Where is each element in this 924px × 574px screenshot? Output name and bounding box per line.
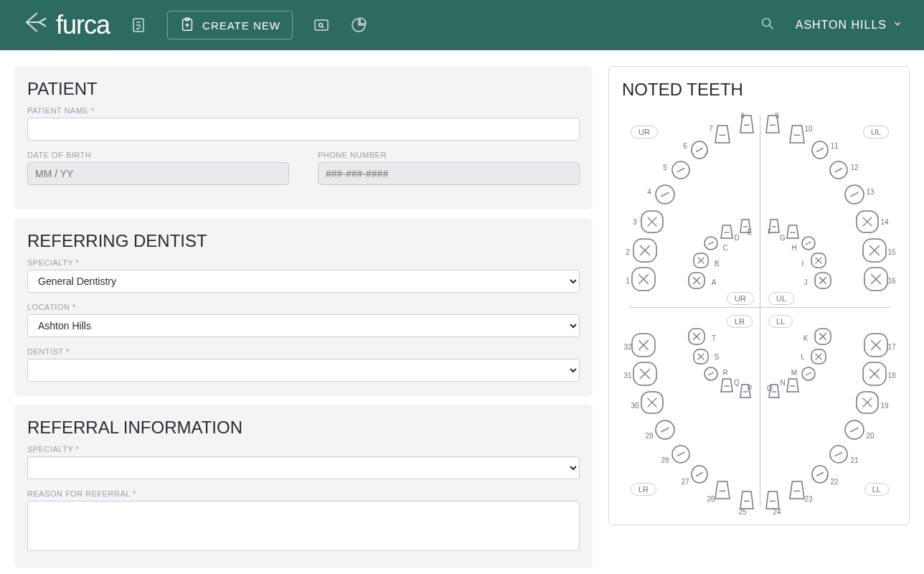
tooth-label-S: S bbox=[715, 353, 720, 361]
specialty-label: SPECIALTY * bbox=[27, 258, 580, 267]
tooth-32[interactable] bbox=[631, 333, 656, 360]
referral-specialty-select[interactable] bbox=[27, 456, 580, 479]
tooth-6[interactable] bbox=[691, 141, 708, 162]
tooth-S[interactable] bbox=[693, 349, 709, 367]
logo-text: furca bbox=[56, 10, 110, 40]
tooth-label-L: L bbox=[801, 353, 805, 361]
tooth-label-3: 3 bbox=[633, 218, 637, 226]
referral-specialty-label: SPECIALTY * bbox=[27, 445, 580, 453]
tooth-label-A: A bbox=[712, 278, 717, 286]
tooth-I[interactable] bbox=[811, 253, 826, 271]
user-menu[interactable]: ASHTON HILLS bbox=[796, 19, 902, 32]
dentist-select[interactable] bbox=[27, 359, 580, 382]
tooth-label-12: 12 bbox=[850, 164, 858, 171]
tooth-R[interactable] bbox=[704, 367, 718, 384]
specialty-select[interactable]: General Dentistry bbox=[27, 270, 580, 293]
quad-pill-ll-inner[interactable]: LL bbox=[768, 315, 793, 328]
tooth-19[interactable] bbox=[856, 391, 879, 417]
tooth-label-16: 16 bbox=[887, 277, 895, 285]
tooth-C[interactable] bbox=[704, 236, 718, 253]
tooth-label-17: 17 bbox=[887, 343, 895, 351]
tooth-14[interactable] bbox=[856, 210, 879, 236]
tooth-label-O: O bbox=[767, 385, 773, 392]
search-icon[interactable] bbox=[760, 16, 776, 34]
reason-textarea[interactable] bbox=[27, 501, 580, 551]
tooth-label-9: 9 bbox=[775, 112, 779, 120]
tooth-7[interactable] bbox=[715, 125, 730, 146]
tooth-label-E: E bbox=[748, 228, 753, 236]
location-select[interactable]: Ashton Hills bbox=[27, 314, 580, 337]
quad-pill-ul-outer[interactable]: UL bbox=[863, 126, 889, 138]
tooth-label-11: 11 bbox=[830, 142, 838, 150]
tooth-G[interactable] bbox=[786, 225, 799, 242]
tooth-4[interactable] bbox=[655, 184, 675, 207]
folder-search-icon[interactable] bbox=[313, 17, 330, 34]
tooth-11[interactable] bbox=[811, 141, 829, 162]
tooth-label-23: 23 bbox=[804, 495, 812, 503]
tooth-27[interactable] bbox=[691, 465, 708, 486]
tooth-23[interactable] bbox=[789, 481, 805, 502]
tooth-N[interactable] bbox=[786, 378, 799, 395]
tooth-21[interactable] bbox=[829, 445, 848, 466]
checklist-icon[interactable] bbox=[130, 17, 147, 34]
tooth-label-P: P bbox=[748, 385, 753, 392]
tooth-K[interactable] bbox=[814, 328, 831, 348]
quad-pill-ur-inner[interactable]: UR bbox=[727, 292, 754, 305]
quad-pill-ur-outer[interactable]: UR bbox=[631, 126, 658, 138]
tooth-18[interactable] bbox=[862, 362, 887, 389]
tooth-L[interactable] bbox=[811, 349, 826, 367]
create-new-button[interactable]: CREATE NEW bbox=[167, 11, 293, 39]
tooth-29[interactable] bbox=[655, 420, 675, 443]
quad-pill-ll-outer[interactable]: LL bbox=[864, 483, 889, 496]
tooth-26[interactable] bbox=[715, 481, 730, 502]
patient-name-input[interactable] bbox=[27, 118, 580, 141]
tooth-B[interactable] bbox=[693, 253, 709, 271]
dob-input[interactable] bbox=[27, 162, 289, 185]
quad-pill-ul-inner[interactable]: UL bbox=[768, 292, 794, 305]
tooth-2[interactable] bbox=[633, 238, 657, 265]
tooth-5[interactable] bbox=[671, 161, 690, 182]
tooth-31[interactable] bbox=[633, 362, 657, 389]
tooth-A[interactable] bbox=[688, 272, 705, 292]
phone-input[interactable] bbox=[318, 162, 580, 185]
tooth-label-6: 6 bbox=[683, 142, 687, 150]
tooth-17[interactable] bbox=[864, 333, 888, 360]
referral-info-heading: REFERRAL INFORMATION bbox=[27, 418, 580, 438]
tooth-12[interactable] bbox=[829, 161, 848, 182]
patient-name-label: PATIENT NAME * bbox=[27, 106, 580, 115]
tooth-28[interactable] bbox=[671, 445, 690, 466]
tooth-22[interactable] bbox=[811, 465, 829, 486]
tooth-13[interactable] bbox=[844, 184, 864, 207]
tooth-label-26: 26 bbox=[707, 495, 715, 503]
tooth-10[interactable] bbox=[789, 125, 805, 146]
referring-dentist-panel: REFERRING DENTIST SPECIALTY * General De… bbox=[14, 218, 593, 396]
phone-label: PHONE NUMBER bbox=[318, 151, 580, 159]
svg-point-5 bbox=[762, 19, 770, 27]
tooth-label-8: 8 bbox=[740, 112, 745, 120]
pie-chart-icon[interactable] bbox=[350, 17, 367, 34]
tooth-label-30: 30 bbox=[631, 402, 638, 410]
create-new-label: CREATE NEW bbox=[202, 19, 280, 32]
tooth-D[interactable] bbox=[720, 225, 733, 242]
tooth-J[interactable] bbox=[814, 272, 831, 292]
clipboard-plus-icon bbox=[179, 17, 195, 34]
tooth-Q[interactable] bbox=[720, 378, 733, 395]
tooth-label-14: 14 bbox=[880, 218, 888, 226]
tooth-label-5: 5 bbox=[663, 164, 667, 171]
tooth-T[interactable] bbox=[688, 328, 705, 348]
tooth-3[interactable] bbox=[641, 210, 664, 236]
noted-teeth-panel: NOTED TEETH UR UL LR LL UR UL LR LL bbox=[608, 66, 910, 525]
tooth-label-C: C bbox=[722, 244, 727, 252]
tooth-H[interactable] bbox=[801, 236, 816, 253]
quad-pill-lr-inner[interactable]: LR bbox=[727, 315, 753, 328]
tooth-20[interactable] bbox=[844, 420, 864, 443]
tooth-1[interactable] bbox=[631, 267, 656, 294]
tooth-label-T: T bbox=[712, 334, 716, 342]
quad-pill-lr-outer[interactable]: LR bbox=[631, 483, 656, 496]
tooth-30[interactable] bbox=[641, 391, 664, 417]
tooth-15[interactable] bbox=[862, 238, 887, 265]
tooth-label-22: 22 bbox=[830, 478, 838, 486]
tooth-M[interactable] bbox=[801, 367, 816, 384]
tooth-16[interactable] bbox=[864, 267, 888, 294]
dental-chart: UR UL LR LL UR UL LR LL bbox=[622, 110, 897, 512]
